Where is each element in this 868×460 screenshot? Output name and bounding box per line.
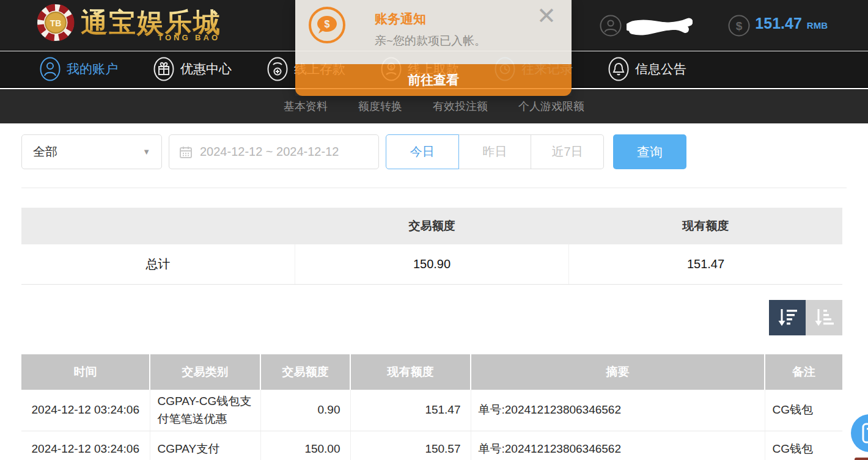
summary-header-balance: 现有额度: [568, 208, 842, 244]
col-balance: 现有额度: [350, 354, 471, 390]
sort-descending-icon: [777, 308, 798, 327]
page: TB 通宝娱乐城 TONG BAO ••••••••: [0, 0, 868, 460]
transactions-table: 时间 交易类别 交易额度 现有额度 摘要 备注 2024-12-12 03:24…: [21, 354, 842, 460]
sort-descending-button[interactable]: [769, 300, 806, 335]
subnav-item-basic-info[interactable]: 基本资料: [284, 99, 328, 114]
transaction-type-select[interactable]: 全部 ▼: [21, 134, 162, 169]
cell-amount: 150.00: [260, 431, 350, 460]
yesterday-button[interactable]: 昨日: [459, 134, 532, 169]
transactions-header-row: 时间 交易类别 交易额度 现有额度 摘要 备注: [21, 354, 842, 390]
notice-title: 账务通知: [375, 10, 426, 27]
sort-ascending-icon: [814, 308, 834, 327]
summary-balance: 151.47: [569, 244, 842, 284]
account-notice-popup: $ 账务通知 亲~您的款项已入帐。 ✕ 前往查看: [295, 0, 572, 96]
subnav-item-game-limits[interactable]: 个人游戏限额: [518, 99, 584, 114]
cell-type: CGPAY支付: [150, 431, 260, 460]
summary-table: 交易额度 现有额度 总计 150.90 151.47: [21, 208, 842, 285]
cell-summary: 单号:202412123806346562: [471, 431, 765, 460]
col-summary: 摘要: [471, 354, 765, 390]
cell-summary: 单号:202412123806346562: [471, 390, 765, 431]
notice-message: 亲~您的款项已入帐。: [375, 33, 486, 49]
cell-amount: 0.90: [260, 390, 350, 431]
calendar-icon: [179, 145, 193, 159]
user-icon: [39, 57, 61, 81]
col-time: 时间: [21, 354, 150, 390]
bell-icon: [608, 57, 630, 81]
filter-toolbar: 全部 ▼ 2024-12-12 ~ 2024-12-12 今日 昨日 近7日 查…: [0, 134, 868, 169]
query-button[interactable]: 查询: [613, 134, 686, 169]
money-message-icon: $: [309, 7, 345, 43]
col-type: 交易类别: [150, 354, 260, 390]
svg-text:$: $: [325, 19, 330, 29]
subnav-item-valid-bets[interactable]: 有效投注额: [433, 99, 488, 114]
date-range-input[interactable]: 2024-12-12 ~ 2024-12-12: [169, 134, 379, 169]
cell-note: CG钱包: [765, 431, 842, 460]
subnav-item-credit-transfer[interactable]: 额度转换: [358, 99, 402, 114]
last7days-button[interactable]: 近7日: [531, 134, 604, 169]
today-button[interactable]: 今日: [386, 134, 459, 169]
svg-text:$: $: [736, 20, 743, 32]
brand-subtitle: TONG BAO: [158, 33, 220, 42]
col-amount: 交易额度: [260, 354, 350, 390]
nav-item-announcements[interactable]: 信息公告: [608, 57, 686, 81]
close-icon[interactable]: ✕: [534, 4, 559, 29]
divider: [21, 188, 847, 188]
user-icon: [600, 15, 622, 37]
sort-ascending-button[interactable]: [806, 300, 842, 335]
cell-balance: 150.57: [350, 431, 471, 460]
brand-logo[interactable]: TB 通宝娱乐城 TONG BAO: [35, 2, 221, 43]
chevron-down-icon: ▼: [142, 147, 150, 156]
customer-service-button[interactable]: [851, 414, 868, 452]
summary-header-empty: [21, 208, 295, 244]
cell-time: 2024-12-12 03:24:06: [21, 390, 150, 431]
nav-item-promotions[interactable]: 优惠中心: [153, 57, 232, 81]
dollar-icon: $: [728, 15, 750, 37]
table-row: 2024-12-12 03:24:06 CGPAY支付 150.00 150.5…: [21, 431, 842, 460]
summary-total-label: 总计: [21, 244, 295, 284]
deposit-icon: [267, 57, 289, 81]
casino-chip-icon: TB: [35, 2, 76, 43]
quick-date-buttons: 今日 昨日 近7日: [386, 134, 604, 169]
wallet-balance[interactable]: $ 151.47 RMB: [728, 15, 828, 37]
cell-time: 2024-12-12 03:24:06: [21, 431, 150, 460]
col-note: 备注: [765, 354, 842, 390]
balance-currency: RMB: [807, 20, 828, 31]
summary-total-row: 总计 150.90 151.47: [21, 244, 842, 285]
table-row: 2024-12-12 03:24:06 CGPAY-CG钱包支付笔笔送优惠 0.…: [21, 390, 842, 431]
gift-icon: [153, 57, 175, 81]
nav-item-my-account[interactable]: 我的账户: [39, 57, 118, 81]
cell-type: CGPAY-CG钱包支付笔笔送优惠: [150, 390, 260, 431]
cell-note: CG钱包: [765, 390, 842, 431]
balance-amount: 151.47: [755, 15, 801, 32]
cell-balance: 151.47: [350, 390, 471, 431]
username-redacted: ••••••••: [627, 15, 693, 37]
hidden-corner-widget: [855, 458, 868, 460]
go-view-button[interactable]: 前往查看: [295, 64, 572, 96]
summary-header-trade-amount: 交易额度: [295, 208, 569, 244]
chat-device-icon: [862, 423, 868, 444]
svg-text:TB: TB: [50, 18, 62, 28]
user-account[interactable]: ••••••••: [600, 15, 693, 37]
summary-trade-amount: 150.90: [295, 244, 569, 284]
